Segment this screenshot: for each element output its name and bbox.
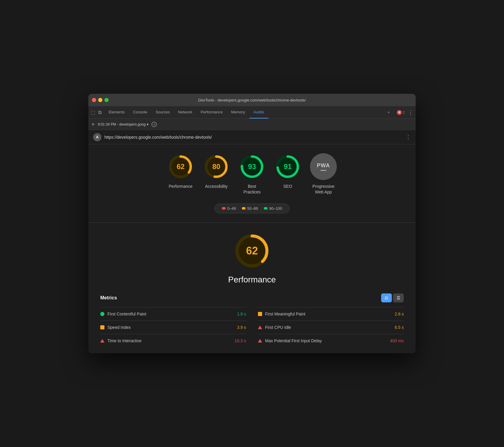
large-score-section: 62 Performance	[94, 232, 410, 285]
score-cards: 62 Performance 80 Accessibility	[94, 153, 410, 194]
metrics-title: Metrics	[100, 295, 117, 301]
score-label-best-practices: BestPractices	[243, 184, 261, 194]
view-toggle: ⊟ ☰	[381, 293, 404, 302]
gauge-performance: 62	[167, 153, 194, 180]
mpfid-value: 400 ms	[386, 338, 404, 343]
metric-left-fci: First CPU Idle	[258, 325, 386, 330]
window-title: DevTools - developers.google.com/web/too…	[198, 98, 306, 102]
list-view-button[interactable]: ☰	[393, 293, 404, 302]
metric-row-fmp: First Meaningful Paint 2.6 s	[258, 307, 404, 321]
gauge-seo: 91	[274, 153, 301, 180]
tab-sources[interactable]: Sources	[151, 106, 174, 118]
score-value-performance: 62	[177, 162, 185, 171]
legend-item-fail: 0–49	[222, 206, 236, 211]
score-value-best-practices: 93	[248, 162, 256, 171]
si-name: Speed Index	[107, 325, 131, 330]
score-card-pwa[interactable]: PWA ProgressiveWeb App	[310, 153, 337, 194]
address-bar: + 9:01:34 PM - developers.goog ▾ ⊘	[88, 119, 416, 130]
metric-left-fmp: First Meaningful Paint	[258, 312, 386, 316]
lighthouse-url-bar: A https://developers.google.com/web/tool…	[88, 130, 416, 144]
main-content: 62 Performance 80 Accessibility	[88, 144, 416, 353]
metric-row-mpfid: Max Potential First Input Delay 400 ms	[258, 334, 404, 347]
tab-memory[interactable]: Memory	[227, 106, 249, 118]
large-gauge: 62	[233, 232, 271, 270]
score-label-performance: Performance	[169, 184, 192, 189]
fci-value: 6.5 s	[386, 325, 404, 330]
tab-address[interactable]: 9:01:34 PM - developers.goog ▾	[98, 122, 148, 126]
lighthouse-icon: A	[93, 133, 101, 141]
pwa-text: PWA	[317, 162, 330, 169]
score-card-seo[interactable]: 91 SEO	[274, 153, 301, 194]
tti-value: 10.3 s	[228, 338, 246, 343]
pwa-badge: PWA	[310, 153, 337, 180]
gauge-best-practices: 93	[239, 153, 265, 180]
metrics-section: Metrics ⊟ ☰ First Contentful	[94, 293, 410, 347]
tti-name: Time to Interactive	[107, 338, 142, 343]
lighthouse-menu-icon[interactable]: ⋮	[406, 134, 411, 140]
legend-item-average: 50–89	[242, 206, 258, 211]
fmp-value: 2.6 s	[386, 312, 404, 316]
tab-audits[interactable]: Audits	[249, 106, 268, 118]
cursor-icon[interactable]: ⬚	[91, 110, 95, 115]
tab-network[interactable]: Network	[174, 106, 197, 118]
large-score-title: Performance	[228, 275, 276, 285]
title-bar: DevTools - developers.google.com/web/too…	[88, 94, 416, 106]
score-label-pwa: ProgressiveWeb App	[312, 184, 334, 194]
score-value-seo: 91	[284, 162, 292, 171]
minimize-button[interactable]	[98, 98, 102, 102]
list-icon: ☰	[397, 296, 400, 300]
more-tabs-button[interactable]: »	[384, 110, 394, 115]
score-label-accessibility: Accessibility	[205, 184, 228, 189]
fcp-value: 1.9 s	[228, 312, 246, 316]
legend-dot-orange	[242, 207, 245, 210]
tab-elements[interactable]: Elements	[104, 106, 129, 118]
device-icon[interactable]: ⧉	[98, 110, 101, 115]
error-badge[interactable]: ✕ 2	[397, 110, 405, 115]
grid-view-button[interactable]: ⊟	[381, 293, 392, 302]
traffic-lights	[92, 98, 109, 102]
mpfid-name: Max Potential First Input Delay	[265, 338, 322, 343]
section-divider	[88, 222, 416, 223]
score-legend: 0–49 50–89 90–100	[94, 204, 410, 213]
tab-performance[interactable]: Performance	[196, 106, 227, 118]
tab-console[interactable]: Console	[129, 106, 151, 118]
metric-left-mpfid: Max Potential First Input Delay	[258, 338, 386, 343]
score-card-best-practices[interactable]: 93 BestPractices	[239, 153, 265, 194]
lighthouse-url: https://developers.google.com/web/tools/…	[104, 135, 212, 140]
metric-row-fcp: First Contentful Paint 1.9 s	[100, 307, 246, 321]
mpfid-icon	[258, 339, 262, 343]
legend-dot-green	[264, 207, 267, 210]
block-icon[interactable]: ⊘	[151, 122, 157, 127]
legend-inner: 0–49 50–89 90–100	[215, 204, 289, 213]
score-value-accessibility: 80	[212, 162, 220, 171]
tab-bar-right: » ✕ 2 ⋮	[384, 106, 413, 118]
metric-left-tti: Time to Interactive	[100, 338, 228, 343]
tti-icon	[100, 339, 104, 343]
error-icon: ✕	[397, 110, 402, 115]
fcp-name: First Contentful Paint	[107, 312, 146, 316]
score-card-performance[interactable]: 62 Performance	[167, 153, 194, 194]
fci-icon	[258, 326, 262, 329]
devtools-more-icon[interactable]: ⋮	[408, 109, 413, 116]
si-value: 3.9 s	[228, 325, 246, 330]
legend-item-pass: 90–100	[264, 206, 282, 211]
fmp-icon	[258, 312, 262, 316]
score-card-accessibility[interactable]: 80 Accessibility	[203, 153, 230, 194]
add-tab-button[interactable]: +	[91, 121, 95, 127]
metrics-grid: First Contentful Paint 1.9 s Speed Index…	[100, 307, 404, 347]
pwa-dash	[320, 170, 326, 171]
fmp-name: First Meaningful Paint	[265, 312, 305, 316]
legend-dot-red	[222, 207, 226, 210]
devtools-tab-bar: ⬚ ⧉ Elements Console Sources Network Per…	[88, 106, 416, 119]
maximize-button[interactable]	[104, 98, 109, 102]
grid-icon: ⊟	[385, 296, 388, 300]
browser-window: DevTools - developers.google.com/web/too…	[88, 94, 416, 353]
large-score-value: 62	[246, 245, 258, 257]
gauge-accessibility: 80	[203, 153, 230, 180]
metric-row-fci: First CPU Idle 6.5 s	[258, 321, 404, 334]
metrics-header: Metrics ⊟ ☰	[100, 293, 404, 302]
metrics-column-right: First Meaningful Paint 2.6 s First CPU I…	[258, 307, 404, 347]
close-button[interactable]	[92, 98, 96, 102]
devtools-left-icons: ⬚ ⧉	[91, 106, 101, 118]
metric-row-si: Speed Index 3.9 s	[100, 321, 246, 334]
